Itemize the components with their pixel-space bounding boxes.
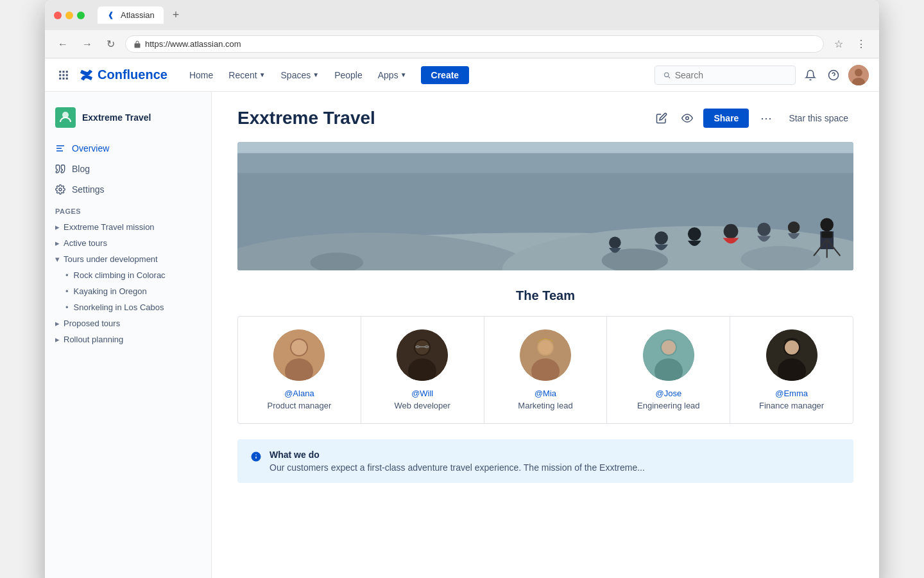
expand-icon: ▸	[55, 238, 60, 248]
svg-rect-38	[821, 231, 832, 238]
page-header: Exxtreme Travel	[237, 107, 853, 129]
sidebar-overview[interactable]: Overview	[45, 138, 211, 159]
bell-icon	[805, 69, 816, 81]
sidebar-settings[interactable]: Settings	[45, 179, 211, 200]
sidebar-page-proposed-tours[interactable]: ▸ Proposed tours	[45, 315, 211, 331]
apps-chevron: ▼	[400, 71, 407, 78]
jose-avatar-image	[643, 329, 694, 381]
nav-recent[interactable]: Recent ▼	[222, 66, 271, 84]
bookmark-button[interactable]: ☆	[830, 37, 847, 51]
svg-point-39	[609, 236, 621, 249]
nav-links: Home Recent ▼ Spaces ▼ People Apps ▼ Cre…	[183, 66, 469, 84]
tab-title: Atlassian	[121, 10, 155, 20]
content-area: Exxtreme Travel	[212, 92, 879, 578]
nav-home[interactable]: Home	[183, 66, 219, 84]
grid-icon	[58, 69, 69, 81]
notifications-button[interactable]	[802, 67, 819, 83]
sidebar: Exxtreme Travel Overview Blog	[45, 92, 212, 578]
page-actions: Share ⋯ Star this space	[652, 107, 853, 129]
member-handle-emma: @Emma	[740, 389, 843, 398]
search-box[interactable]	[654, 66, 796, 85]
minimize-dot[interactable]	[65, 12, 73, 19]
svg-point-29	[654, 231, 668, 245]
svg-rect-1	[63, 71, 65, 73]
view-button[interactable]	[678, 109, 697, 128]
avatar-emma	[766, 329, 817, 381]
pages-label: PAGES	[45, 200, 211, 219]
back-button[interactable]: ←	[54, 37, 72, 51]
info-content: What we do Our customers expect a first-…	[270, 450, 645, 473]
svg-point-56	[662, 340, 676, 355]
refresh-button[interactable]: ↻	[103, 37, 119, 51]
svg-rect-4	[63, 74, 65, 76]
svg-point-11	[855, 69, 862, 76]
svg-rect-0	[59, 71, 61, 73]
create-button[interactable]: Create	[421, 66, 470, 84]
browser-menu-button[interactable]: ⋮	[852, 37, 870, 51]
avatar-alana	[273, 329, 325, 381]
search-icon	[663, 71, 671, 80]
member-handle-alana: @Alana	[248, 389, 350, 398]
browser-tab[interactable]: Atlassian	[98, 6, 164, 24]
share-button[interactable]: Share	[703, 109, 749, 128]
star-space-button[interactable]: Star this space	[783, 109, 853, 127]
nav-apps[interactable]: Apps ▼	[372, 66, 413, 84]
more-options-button[interactable]: ⋯	[755, 107, 777, 129]
blog-label: Blog	[72, 164, 90, 174]
browser-window: Atlassian + ← → ↻ https://www.atlassian.…	[45, 0, 879, 578]
mia-avatar-image	[520, 329, 571, 381]
sidebar-space-header: Exxtreme Travel	[45, 102, 211, 138]
member-role-mia: Marketing lead	[495, 401, 597, 410]
hero-mountain-scene	[237, 142, 853, 270]
overview-icon	[55, 143, 65, 153]
address-bar[interactable]: https://www.atlassian.com	[125, 35, 824, 53]
app-container: Confluence Home Recent ▼ Spaces ▼ People…	[45, 58, 879, 578]
url-text: https://www.atlassian.com	[145, 39, 816, 49]
member-role-jose: Engineering lead	[617, 401, 719, 410]
sidebar-page-kayaking[interactable]: • Kayaking in Oregon	[45, 283, 211, 299]
maximize-dot[interactable]	[77, 12, 85, 19]
pencil-icon	[656, 112, 667, 124]
svg-point-18	[686, 117, 689, 120]
sidebar-page-rock-climbing[interactable]: • Rock climbing in Colorac	[45, 267, 211, 283]
sidebar-page-active-tours[interactable]: ▸ Active tours	[45, 235, 211, 251]
nav-people[interactable]: People	[328, 66, 369, 84]
help-button[interactable]	[825, 67, 842, 83]
sidebar-page-snorkeling[interactable]: • Snorkeling in Los Cabos	[45, 299, 211, 315]
svg-point-26	[449, 250, 489, 266]
close-dot[interactable]	[54, 12, 62, 19]
browser-titlebar: Atlassian +	[45, 0, 879, 30]
member-role-alana: Product manager	[248, 401, 350, 410]
sidebar-page-travel-mission[interactable]: ▸ Exxtreme Travel mission	[45, 219, 211, 235]
team-member-jose: @Jose Engineering lead	[607, 317, 730, 423]
svg-rect-7	[63, 77, 65, 79]
user-avatar[interactable]	[848, 65, 869, 85]
svg-point-32	[757, 223, 771, 236]
browser-dots	[54, 12, 85, 19]
page-label: Tours under development	[64, 254, 158, 264]
nav-spaces[interactable]: Spaces ▼	[275, 66, 326, 84]
user-avatar-image	[848, 65, 869, 85]
space-logo-icon	[58, 110, 73, 125]
edit-button[interactable]	[652, 109, 671, 128]
page-label: Rollout planning	[64, 335, 123, 344]
spaces-chevron: ▼	[312, 71, 319, 78]
info-text: Our customers expect a first-class adven…	[270, 462, 645, 473]
page-title: Exxtreme Travel	[237, 108, 375, 128]
info-box: What we do Our customers expect a first-…	[237, 439, 853, 483]
expand-icon: ▸	[55, 335, 60, 344]
atlassian-tab-icon	[107, 11, 116, 20]
new-tab-button[interactable]: +	[173, 8, 180, 22]
forward-button[interactable]: →	[78, 37, 96, 51]
grid-icon-button[interactable]	[55, 67, 72, 83]
expand-icon: ▸	[55, 319, 60, 328]
team-grid: @Alana Product manager	[237, 316, 853, 424]
confluence-logo[interactable]: Confluence	[80, 67, 167, 82]
help-icon	[828, 69, 839, 81]
sidebar-page-tours-development[interactable]: ▾ Tours under development	[45, 251, 211, 267]
sidebar-blog[interactable]: Blog	[45, 159, 211, 179]
sidebar-page-rollout-planning[interactable]: ▸ Rollout planning	[45, 331, 211, 347]
eye-icon	[681, 112, 693, 124]
search-input[interactable]	[675, 70, 787, 80]
member-handle-will: @Will	[372, 389, 474, 398]
